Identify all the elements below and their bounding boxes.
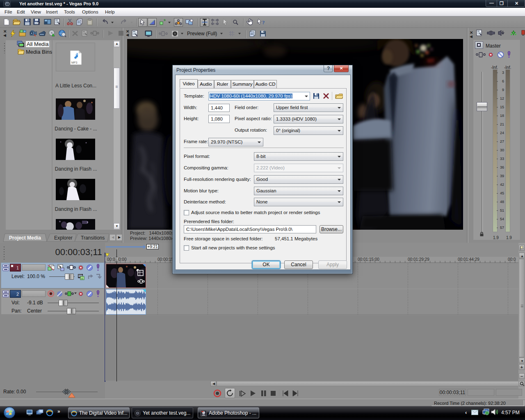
svg-text:?: ? <box>262 19 265 25</box>
svg-text:MP3: MP3 <box>71 61 78 64</box>
svg-text:Transitions: Transitions <box>81 235 105 241</box>
svg-text:?: ? <box>37 21 40 25</box>
svg-text:Explorer: Explorer <box>54 235 73 241</box>
svg-text:α: α <box>81 277 83 280</box>
svg-text:Project Media: Project Media <box>9 235 41 241</box>
